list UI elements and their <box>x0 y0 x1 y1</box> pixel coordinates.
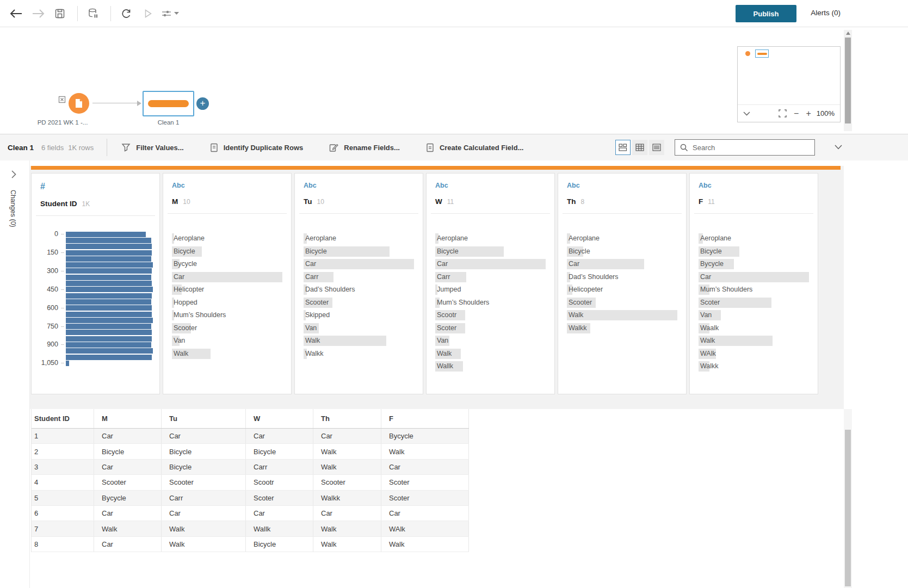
field-value-row[interactable]: Scooter <box>567 296 677 310</box>
field-value-row[interactable]: Car <box>567 258 677 271</box>
histogram-bar-row[interactable]: 600 <box>37 305 153 311</box>
zoom-out-button[interactable]: − <box>794 109 799 118</box>
field-value-row[interactable]: Bycycle <box>699 258 809 271</box>
field-value-row[interactable]: Carr <box>435 271 546 284</box>
table-cell[interactable]: 7 <box>32 521 94 536</box>
field-value-row[interactable]: Helicopeter <box>567 283 677 296</box>
table-cell[interactable]: Scoter <box>381 491 469 505</box>
column-header-th[interactable]: Th <box>313 409 381 428</box>
field-value-row[interactable]: Walk <box>304 335 414 348</box>
minimap-canvas[interactable] <box>738 47 840 105</box>
field-value-row[interactable]: Walk <box>567 309 677 322</box>
table-cell[interactable]: Walk <box>381 444 469 459</box>
table-cell[interactable]: 3 <box>32 460 94 474</box>
table-cell[interactable]: Scooter <box>313 475 381 490</box>
histogram-bar-row[interactable]: 150 <box>37 250 153 256</box>
field-value-row[interactable]: Scoter <box>699 296 809 310</box>
list-view-button[interactable] <box>649 140 664 155</box>
table-cell[interactable]: 5 <box>32 491 94 505</box>
column-header-tu[interactable]: Tu <box>162 409 246 428</box>
table-cell[interactable]: Car <box>94 429 162 443</box>
table-cell[interactable]: Carr <box>162 491 246 505</box>
histogram-bar-row[interactable]: 300 <box>37 268 153 274</box>
table-cell[interactable]: Wallk <box>246 521 313 536</box>
table-cell[interactable]: Car <box>162 506 246 521</box>
field-value-row[interactable]: Walkk <box>304 348 414 361</box>
scrollbar-up-arrow[interactable] <box>846 32 850 35</box>
column-header-student-id[interactable]: Student ID <box>32 409 94 428</box>
table-cell[interactable]: Bicycle <box>246 444 313 459</box>
column-header-w[interactable]: W <box>246 409 313 428</box>
redo-button[interactable] <box>28 4 48 23</box>
histogram-bar-row[interactable] <box>37 330 153 336</box>
field-value-row[interactable]: Dad’s Shoulders <box>567 271 677 284</box>
table-cell[interactable]: Walk <box>94 521 162 536</box>
histogram-bar-row[interactable]: 750 <box>37 323 153 329</box>
field-value-row[interactable]: Walk <box>435 348 546 361</box>
grid-scrollbar[interactable] <box>844 409 852 588</box>
field-value-row[interactable]: Bicycle <box>435 245 546 258</box>
histogram-bar-row[interactable] <box>37 348 153 354</box>
table-cell[interactable]: Carr <box>246 460 313 474</box>
input-node[interactable] <box>69 93 89 114</box>
table-cell[interactable]: 1 <box>32 429 94 443</box>
table-cell[interactable]: Walk <box>381 537 469 552</box>
table-cell[interactable]: 2 <box>32 444 94 459</box>
field-card-f[interactable]: AbcF11AeroplaneBicycleBycycleCarMum’s Sh… <box>689 173 818 394</box>
field-value-row[interactable]: WAlk <box>699 348 809 361</box>
publish-button[interactable]: Publish <box>736 5 796 22</box>
field-value-row[interactable]: Walkk <box>699 360 809 373</box>
field-value-row[interactable]: Bicycle <box>567 245 677 258</box>
data-grid-view-button[interactable] <box>632 140 647 155</box>
identify-duplicate-rows-button[interactable]: Identify Duplicate Rows <box>210 143 304 152</box>
field-value-row[interactable]: Hopped <box>172 296 282 310</box>
histogram-bar-row[interactable] <box>37 293 153 299</box>
table-cell[interactable]: 4 <box>32 475 94 490</box>
table-cell[interactable]: Bicycle <box>162 460 246 474</box>
flow-settings-button[interactable] <box>160 4 180 23</box>
field-value-row[interactable]: Aeroplane <box>699 232 809 245</box>
field-value-row[interactable]: Bycycle <box>172 258 282 271</box>
table-cell[interactable]: Car <box>381 460 469 474</box>
flow-minimap[interactable]: − + 100% <box>737 46 841 122</box>
scrollbar-thumb[interactable] <box>845 38 851 123</box>
field-value-row[interactable]: Scooter <box>172 322 282 335</box>
table-cell[interactable]: 6 <box>32 506 94 521</box>
field-value-row[interactable]: Walk <box>172 348 282 361</box>
table-cell[interactable]: Scoter <box>381 475 469 490</box>
field-value-row[interactable]: Scoter <box>435 322 546 335</box>
field-value-row[interactable]: Mum’s Shoulders <box>172 309 282 322</box>
table-cell[interactable]: Walk <box>162 537 246 552</box>
table-cell[interactable]: Scoter <box>246 491 313 505</box>
run-flow-button[interactable] <box>138 4 158 23</box>
field-value-row[interactable]: Aeroplane <box>567 232 677 245</box>
field-value-row[interactable]: Mum’s Shoulders <box>699 283 809 296</box>
histogram-bar-row[interactable] <box>37 274 153 280</box>
save-button[interactable] <box>50 4 70 23</box>
search-field[interactable] <box>675 139 815 156</box>
scrollbar-thumb[interactable] <box>845 430 851 586</box>
field-value-row[interactable]: Car <box>172 271 282 284</box>
histogram-bar-row[interactable] <box>37 311 153 317</box>
histogram-bar-row[interactable]: 450 <box>37 287 153 293</box>
filter-values-button[interactable]: Filter Values... <box>121 143 183 152</box>
field-value-row[interactable]: Waalk <box>699 322 809 335</box>
table-cell[interactable]: Walk <box>313 537 381 552</box>
undo-button[interactable] <box>7 4 26 23</box>
field-value-row[interactable]: Aeroplane <box>172 232 282 245</box>
field-value-row[interactable]: Car <box>304 258 414 271</box>
table-cell[interactable]: Bicycle <box>94 444 162 459</box>
table-cell[interactable]: Car <box>313 506 381 521</box>
field-value-row[interactable]: Van <box>172 335 282 348</box>
table-cell[interactable]: Car <box>94 537 162 552</box>
field-card-tu[interactable]: AbcTu10AeroplaneBicycleCarCarrDad’s Shou… <box>294 173 423 394</box>
column-header-f[interactable]: F <box>381 409 469 428</box>
table-cell[interactable]: Car <box>246 429 313 443</box>
chevron-right-icon[interactable] <box>11 170 16 178</box>
refresh-button[interactable] <box>116 4 136 23</box>
table-cell[interactable]: Car <box>94 460 162 474</box>
field-value-row[interactable]: Jumped <box>435 283 546 296</box>
fit-to-screen-icon[interactable] <box>779 109 787 117</box>
table-cell[interactable]: Car <box>246 506 313 521</box>
table-cell[interactable]: Scootr <box>246 475 313 490</box>
